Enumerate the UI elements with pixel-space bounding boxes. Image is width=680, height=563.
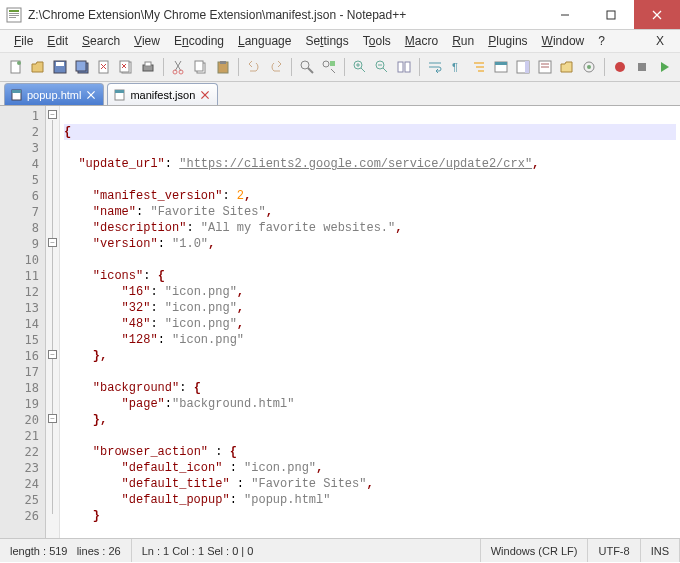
menu-encoding[interactable]: Encoding <box>168 32 230 50</box>
menu-tools[interactable]: Tools <box>357 32 397 50</box>
user-lang-icon[interactable] <box>491 57 511 77</box>
svg-rect-65 <box>115 90 124 93</box>
svg-line-33 <box>308 68 313 73</box>
zoom-in-icon[interactable] <box>350 57 370 77</box>
svg-rect-6 <box>607 11 615 19</box>
status-eol[interactable]: Windows (CR LF) <box>481 539 589 562</box>
menu-view[interactable]: View <box>128 32 166 50</box>
svg-text:¶: ¶ <box>452 61 458 73</box>
file-icon <box>114 89 126 101</box>
print-icon[interactable] <box>138 57 158 77</box>
fold-toggle-icon[interactable]: − <box>48 414 57 423</box>
window-controls <box>542 0 680 29</box>
svg-rect-14 <box>76 61 86 71</box>
menu-close-x[interactable]: X <box>648 32 672 50</box>
svg-rect-52 <box>525 61 529 73</box>
menu-window[interactable]: Window <box>536 32 591 50</box>
copy-icon[interactable] <box>191 57 211 77</box>
tab-bar: popup.html manifest.json <box>0 82 680 106</box>
svg-point-10 <box>17 61 21 65</box>
find-icon[interactable] <box>297 57 317 77</box>
save-icon[interactable] <box>50 57 70 77</box>
svg-rect-12 <box>56 62 64 66</box>
svg-rect-31 <box>220 61 226 64</box>
svg-rect-44 <box>405 62 410 72</box>
code-editor[interactable]: { "update_url": "https://clients2.google… <box>60 106 680 538</box>
fold-toggle-icon[interactable]: − <box>48 238 57 247</box>
word-wrap-icon[interactable] <box>425 57 445 77</box>
tab-close-icon[interactable] <box>85 89 97 101</box>
menu-plugins[interactable]: Plugins <box>482 32 533 50</box>
tab-label: manifest.json <box>130 89 195 101</box>
indent-guide-icon[interactable] <box>469 57 489 77</box>
tab-close-icon[interactable] <box>199 89 211 101</box>
folder-workspace-icon[interactable] <box>557 57 577 77</box>
titlebar: Z:\Chrome Extension\My Chrome Extension\… <box>0 0 680 30</box>
redo-icon[interactable] <box>266 57 286 77</box>
svg-rect-35 <box>330 61 335 66</box>
svg-point-58 <box>615 62 625 72</box>
tab-popup-html[interactable]: popup.html <box>4 83 104 105</box>
close-file-icon[interactable] <box>94 57 114 77</box>
svg-rect-1 <box>9 10 19 12</box>
menu-settings[interactable]: Settings <box>299 32 354 50</box>
sync-scroll-icon[interactable] <box>394 57 414 77</box>
open-file-icon[interactable] <box>28 57 48 77</box>
svg-point-32 <box>301 61 309 69</box>
menu-run[interactable]: Run <box>446 32 480 50</box>
svg-rect-3 <box>9 15 19 16</box>
close-button[interactable] <box>634 0 680 29</box>
menu-language[interactable]: Language <box>232 32 297 50</box>
menu-search[interactable]: Search <box>76 32 126 50</box>
status-encoding[interactable]: UTF-8 <box>588 539 640 562</box>
svg-line-42 <box>383 68 387 72</box>
fold-toggle-icon[interactable]: − <box>48 110 57 119</box>
cut-icon[interactable] <box>169 57 189 77</box>
play-macro-icon[interactable] <box>654 57 674 77</box>
menu-edit[interactable]: Edit <box>41 32 74 50</box>
line-number-gutter: 12345 678910 1112131415 1617181920 21222… <box>0 106 46 538</box>
menu-help[interactable]: ? <box>592 32 611 50</box>
svg-point-57 <box>587 65 591 69</box>
svg-rect-4 <box>9 17 16 18</box>
svg-line-39 <box>361 68 365 72</box>
maximize-button[interactable] <box>588 0 634 29</box>
fold-toggle-icon[interactable]: − <box>48 350 57 359</box>
svg-rect-2 <box>9 13 19 14</box>
stop-macro-icon[interactable] <box>632 57 652 77</box>
close-all-icon[interactable] <box>116 57 136 77</box>
undo-icon[interactable] <box>244 57 264 77</box>
status-mode[interactable]: INS <box>641 539 680 562</box>
menu-file[interactable]: File <box>8 32 39 50</box>
func-list-icon[interactable] <box>535 57 555 77</box>
menubar: File Edit Search View Encoding Language … <box>0 30 680 52</box>
svg-rect-61 <box>12 90 21 93</box>
paste-icon[interactable] <box>213 57 233 77</box>
svg-point-34 <box>323 61 329 67</box>
menu-macro[interactable]: Macro <box>399 32 444 50</box>
status-bar: length : 519 lines : 26 Ln : 1 Col : 1 S… <box>0 538 680 562</box>
replace-icon[interactable] <box>319 57 339 77</box>
new-file-icon[interactable] <box>6 57 26 77</box>
tab-manifest-json[interactable]: manifest.json <box>107 83 218 105</box>
save-all-icon[interactable] <box>72 57 92 77</box>
fold-column: − − − − <box>46 106 60 538</box>
record-macro-icon[interactable] <box>610 57 630 77</box>
app-icon <box>6 7 22 23</box>
svg-rect-50 <box>495 62 507 65</box>
show-all-chars-icon[interactable]: ¶ <box>447 57 467 77</box>
window-title: Z:\Chrome Extension\My Chrome Extension\… <box>28 8 542 22</box>
svg-rect-23 <box>145 62 151 66</box>
status-length: length : 519 lines : 26 <box>0 539 132 562</box>
tab-label: popup.html <box>27 89 81 101</box>
svg-rect-43 <box>398 62 403 72</box>
svg-rect-29 <box>195 61 203 71</box>
doc-map-icon[interactable] <box>513 57 533 77</box>
svg-rect-59 <box>638 63 646 71</box>
file-icon <box>11 89 23 101</box>
editor-area[interactable]: 12345 678910 1112131415 1617181920 21222… <box>0 106 680 538</box>
zoom-out-icon[interactable] <box>372 57 392 77</box>
toolbar: ¶ <box>0 52 680 82</box>
monitoring-icon[interactable] <box>579 57 599 77</box>
minimize-button[interactable] <box>542 0 588 29</box>
